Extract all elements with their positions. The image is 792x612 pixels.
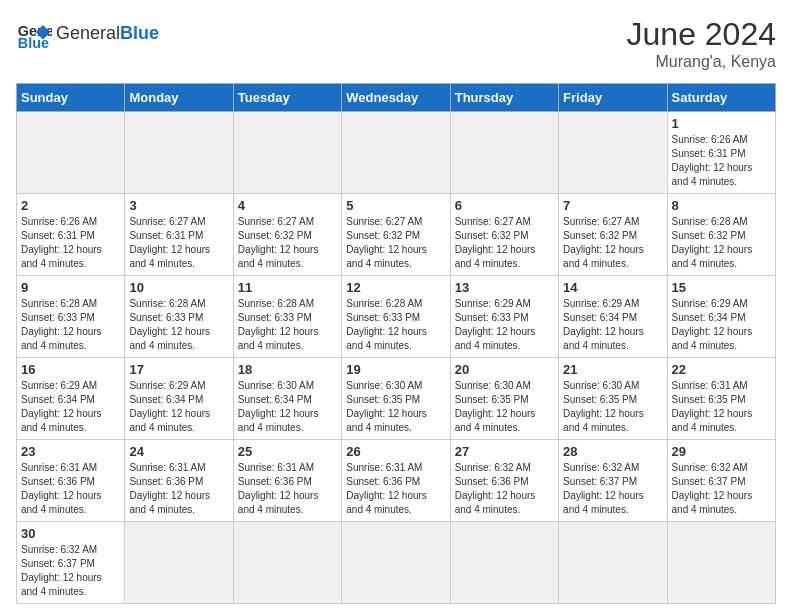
day-number: 26 bbox=[346, 444, 445, 459]
calendar-table: SundayMondayTuesdayWednesdayThursdayFrid… bbox=[16, 83, 776, 604]
day-info: Sunrise: 6:26 AMSunset: 6:31 PMDaylight:… bbox=[672, 133, 771, 189]
calendar-cell bbox=[450, 522, 558, 604]
day-number: 12 bbox=[346, 280, 445, 295]
calendar-cell: 29Sunrise: 6:32 AMSunset: 6:37 PMDayligh… bbox=[667, 440, 775, 522]
day-number: 24 bbox=[129, 444, 228, 459]
calendar-cell: 8Sunrise: 6:28 AMSunset: 6:32 PMDaylight… bbox=[667, 194, 775, 276]
day-info: Sunrise: 6:32 AMSunset: 6:36 PMDaylight:… bbox=[455, 461, 554, 517]
calendar-cell: 23Sunrise: 6:31 AMSunset: 6:36 PMDayligh… bbox=[17, 440, 125, 522]
day-number: 21 bbox=[563, 362, 662, 377]
calendar-cell bbox=[342, 112, 450, 194]
day-number: 7 bbox=[563, 198, 662, 213]
day-info: Sunrise: 6:28 AMSunset: 6:33 PMDaylight:… bbox=[21, 297, 120, 353]
day-info: Sunrise: 6:30 AMSunset: 6:35 PMDaylight:… bbox=[346, 379, 445, 435]
day-number: 2 bbox=[21, 198, 120, 213]
calendar-cell bbox=[667, 522, 775, 604]
calendar-cell: 10Sunrise: 6:28 AMSunset: 6:33 PMDayligh… bbox=[125, 276, 233, 358]
calendar-cell: 28Sunrise: 6:32 AMSunset: 6:37 PMDayligh… bbox=[559, 440, 667, 522]
day-info: Sunrise: 6:27 AMSunset: 6:32 PMDaylight:… bbox=[563, 215, 662, 271]
day-number: 3 bbox=[129, 198, 228, 213]
day-info: Sunrise: 6:31 AMSunset: 6:36 PMDaylight:… bbox=[238, 461, 337, 517]
day-info: Sunrise: 6:29 AMSunset: 6:34 PMDaylight:… bbox=[129, 379, 228, 435]
title-area: June 2024 Murang'a, Kenya bbox=[627, 16, 776, 71]
day-number: 19 bbox=[346, 362, 445, 377]
calendar-cell bbox=[233, 112, 341, 194]
day-number: 1 bbox=[672, 116, 771, 131]
weekday-header-tuesday: Tuesday bbox=[233, 84, 341, 112]
day-info: Sunrise: 6:31 AMSunset: 6:35 PMDaylight:… bbox=[672, 379, 771, 435]
day-info: Sunrise: 6:27 AMSunset: 6:32 PMDaylight:… bbox=[238, 215, 337, 271]
day-number: 6 bbox=[455, 198, 554, 213]
day-number: 9 bbox=[21, 280, 120, 295]
header: General Blue GeneralBlue June 2024 Muran… bbox=[16, 16, 776, 71]
day-info: Sunrise: 6:29 AMSunset: 6:34 PMDaylight:… bbox=[563, 297, 662, 353]
calendar-cell: 30Sunrise: 6:32 AMSunset: 6:37 PMDayligh… bbox=[17, 522, 125, 604]
calendar-cell: 24Sunrise: 6:31 AMSunset: 6:36 PMDayligh… bbox=[125, 440, 233, 522]
day-number: 10 bbox=[129, 280, 228, 295]
logo-icon: General Blue bbox=[16, 16, 52, 52]
day-info: Sunrise: 6:32 AMSunset: 6:37 PMDaylight:… bbox=[563, 461, 662, 517]
day-info: Sunrise: 6:30 AMSunset: 6:35 PMDaylight:… bbox=[563, 379, 662, 435]
logo: General Blue GeneralBlue bbox=[16, 16, 159, 52]
calendar-cell: 25Sunrise: 6:31 AMSunset: 6:36 PMDayligh… bbox=[233, 440, 341, 522]
day-info: Sunrise: 6:31 AMSunset: 6:36 PMDaylight:… bbox=[21, 461, 120, 517]
weekday-header-sunday: Sunday bbox=[17, 84, 125, 112]
calendar-cell: 4Sunrise: 6:27 AMSunset: 6:32 PMDaylight… bbox=[233, 194, 341, 276]
calendar-cell: 21Sunrise: 6:30 AMSunset: 6:35 PMDayligh… bbox=[559, 358, 667, 440]
day-info: Sunrise: 6:27 AMSunset: 6:32 PMDaylight:… bbox=[455, 215, 554, 271]
calendar-cell: 15Sunrise: 6:29 AMSunset: 6:34 PMDayligh… bbox=[667, 276, 775, 358]
day-number: 4 bbox=[238, 198, 337, 213]
calendar-cell bbox=[450, 112, 558, 194]
day-number: 11 bbox=[238, 280, 337, 295]
calendar-week-3: 9Sunrise: 6:28 AMSunset: 6:33 PMDaylight… bbox=[17, 276, 776, 358]
calendar-cell bbox=[233, 522, 341, 604]
day-info: Sunrise: 6:29 AMSunset: 6:33 PMDaylight:… bbox=[455, 297, 554, 353]
weekday-header-thursday: Thursday bbox=[450, 84, 558, 112]
calendar-cell: 22Sunrise: 6:31 AMSunset: 6:35 PMDayligh… bbox=[667, 358, 775, 440]
day-number: 13 bbox=[455, 280, 554, 295]
weekday-header-monday: Monday bbox=[125, 84, 233, 112]
logo-text: GeneralBlue bbox=[56, 23, 159, 45]
calendar-week-4: 16Sunrise: 6:29 AMSunset: 6:34 PMDayligh… bbox=[17, 358, 776, 440]
location-title: Murang'a, Kenya bbox=[627, 53, 776, 71]
day-info: Sunrise: 6:29 AMSunset: 6:34 PMDaylight:… bbox=[672, 297, 771, 353]
calendar-cell: 16Sunrise: 6:29 AMSunset: 6:34 PMDayligh… bbox=[17, 358, 125, 440]
day-number: 15 bbox=[672, 280, 771, 295]
calendar-cell: 5Sunrise: 6:27 AMSunset: 6:32 PMDaylight… bbox=[342, 194, 450, 276]
calendar-cell bbox=[342, 522, 450, 604]
calendar-cell: 26Sunrise: 6:31 AMSunset: 6:36 PMDayligh… bbox=[342, 440, 450, 522]
day-number: 25 bbox=[238, 444, 337, 459]
day-info: Sunrise: 6:27 AMSunset: 6:32 PMDaylight:… bbox=[346, 215, 445, 271]
calendar-cell: 17Sunrise: 6:29 AMSunset: 6:34 PMDayligh… bbox=[125, 358, 233, 440]
day-info: Sunrise: 6:28 AMSunset: 6:33 PMDaylight:… bbox=[129, 297, 228, 353]
day-number: 18 bbox=[238, 362, 337, 377]
calendar-cell bbox=[559, 522, 667, 604]
calendar-cell bbox=[125, 112, 233, 194]
calendar-cell: 20Sunrise: 6:30 AMSunset: 6:35 PMDayligh… bbox=[450, 358, 558, 440]
day-info: Sunrise: 6:29 AMSunset: 6:34 PMDaylight:… bbox=[21, 379, 120, 435]
calendar-cell: 11Sunrise: 6:28 AMSunset: 6:33 PMDayligh… bbox=[233, 276, 341, 358]
day-info: Sunrise: 6:31 AMSunset: 6:36 PMDaylight:… bbox=[346, 461, 445, 517]
weekday-header-saturday: Saturday bbox=[667, 84, 775, 112]
day-info: Sunrise: 6:28 AMSunset: 6:32 PMDaylight:… bbox=[672, 215, 771, 271]
day-info: Sunrise: 6:32 AMSunset: 6:37 PMDaylight:… bbox=[672, 461, 771, 517]
day-info: Sunrise: 6:30 AMSunset: 6:34 PMDaylight:… bbox=[238, 379, 337, 435]
day-number: 5 bbox=[346, 198, 445, 213]
day-number: 29 bbox=[672, 444, 771, 459]
calendar-cell: 9Sunrise: 6:28 AMSunset: 6:33 PMDaylight… bbox=[17, 276, 125, 358]
calendar-cell: 18Sunrise: 6:30 AMSunset: 6:34 PMDayligh… bbox=[233, 358, 341, 440]
calendar-cell: 1Sunrise: 6:26 AMSunset: 6:31 PMDaylight… bbox=[667, 112, 775, 194]
day-number: 8 bbox=[672, 198, 771, 213]
calendar-cell: 6Sunrise: 6:27 AMSunset: 6:32 PMDaylight… bbox=[450, 194, 558, 276]
calendar-week-1: 1Sunrise: 6:26 AMSunset: 6:31 PMDaylight… bbox=[17, 112, 776, 194]
day-number: 22 bbox=[672, 362, 771, 377]
day-number: 17 bbox=[129, 362, 228, 377]
day-number: 20 bbox=[455, 362, 554, 377]
day-number: 14 bbox=[563, 280, 662, 295]
calendar-cell bbox=[17, 112, 125, 194]
calendar-cell: 2Sunrise: 6:26 AMSunset: 6:31 PMDaylight… bbox=[17, 194, 125, 276]
calendar-cell: 19Sunrise: 6:30 AMSunset: 6:35 PMDayligh… bbox=[342, 358, 450, 440]
day-info: Sunrise: 6:26 AMSunset: 6:31 PMDaylight:… bbox=[21, 215, 120, 271]
weekday-header-wednesday: Wednesday bbox=[342, 84, 450, 112]
calendar-cell: 12Sunrise: 6:28 AMSunset: 6:33 PMDayligh… bbox=[342, 276, 450, 358]
